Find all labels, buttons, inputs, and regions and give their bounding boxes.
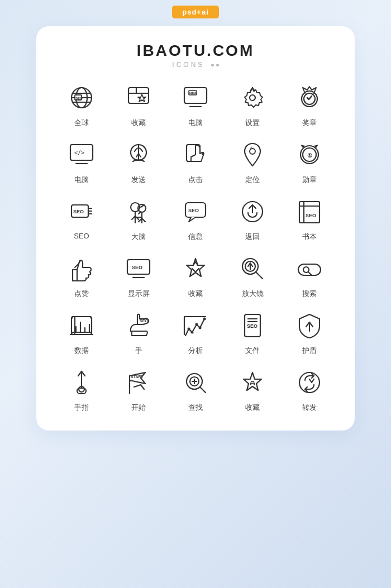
- svg-text:NEW: NEW: [189, 92, 197, 95]
- medal-label: 奖章: [302, 118, 317, 128]
- svg-point-26: [250, 149, 255, 154]
- location-pin-icon: [236, 138, 269, 171]
- svg-line-50: [256, 272, 263, 279]
- hand-seo-icon: SEO: [122, 309, 155, 342]
- bookmark-icon: [122, 81, 155, 114]
- svg-point-62: [203, 318, 206, 321]
- monitor-seo-label: 显示屏: [128, 289, 150, 299]
- icon-item-seo-sign: SEOSEO: [53, 195, 110, 242]
- svg-rect-11: [184, 88, 207, 103]
- seo-sign-label: SEO: [74, 232, 89, 240]
- location-pin-label: 定位: [245, 175, 260, 185]
- finger-up-label: 手指: [74, 403, 89, 413]
- seo-sign-icon: SEO: [65, 195, 98, 228]
- badge-award-label: 勋章: [302, 175, 317, 185]
- magnify-up-icon: [236, 252, 269, 285]
- code-monitor-label: 电脑: [74, 175, 89, 185]
- icon-item-code-monitor: </>电脑: [53, 138, 110, 185]
- icon-item-badge-award: ①勋章: [281, 138, 338, 185]
- icon-item-repost: 转发: [281, 366, 338, 413]
- icon-item-bookmark: 收藏: [110, 81, 167, 128]
- card-title: IBAOTU.COM: [53, 42, 338, 60]
- shield-up-label: 护盾: [302, 346, 317, 356]
- medal-icon: [293, 81, 326, 114]
- icon-item-start-flag: START开始: [110, 366, 167, 413]
- send-up-icon: [122, 138, 155, 171]
- seo-file-icon: SEO: [236, 309, 269, 342]
- repost-label: 转发: [302, 403, 317, 413]
- svg-text:①: ①: [307, 152, 312, 159]
- search-bar-label: 搜索: [302, 289, 317, 299]
- svg-marker-48: [187, 259, 204, 276]
- icon-item-medal: 奖章: [281, 81, 338, 128]
- svg-point-58: [188, 328, 190, 331]
- icon-item-star-collect: 收藏: [167, 252, 224, 299]
- icon-item-search-find: 查找: [167, 366, 224, 413]
- svg-rect-40: [299, 202, 320, 223]
- svg-text:SEO: SEO: [306, 213, 316, 218]
- icon-item-seo-book: SEO书本: [281, 195, 338, 242]
- icon-item-thumbup-up: 点赞: [53, 252, 110, 299]
- svg-text:SEO: SEO: [75, 97, 83, 100]
- return-up-label: 返回: [245, 232, 260, 242]
- start-flag-icon: START: [122, 366, 155, 399]
- globe-seo-icon: SEO: [65, 81, 98, 114]
- star-collect-label: 收藏: [188, 289, 203, 299]
- svg-rect-7: [128, 88, 149, 103]
- svg-text:SEO: SEO: [132, 265, 142, 270]
- icon-item-click-hand: 点击: [167, 138, 224, 185]
- search-find-label: 查找: [188, 403, 203, 413]
- icon-item-settings: 设置: [224, 81, 281, 128]
- data-chart-label: 数据: [74, 346, 89, 356]
- svg-marker-10: [138, 94, 146, 102]
- svg-text:SEO: SEO: [247, 323, 258, 329]
- svg-point-61: [199, 327, 202, 329]
- repost-icon: [293, 366, 326, 399]
- icon-item-return-up: 返回: [224, 195, 281, 242]
- star-rocket-icon: [236, 366, 269, 399]
- svg-text:SEO: SEO: [140, 319, 148, 323]
- icon-item-hand-seo: SEO手: [110, 309, 167, 356]
- magnify-up-label: 放大镜: [242, 289, 264, 299]
- globe-seo-label: 全球: [74, 118, 89, 128]
- icon-item-location-pin: 定位: [224, 138, 281, 185]
- svg-text:START: START: [131, 375, 144, 379]
- seo-file-label: 文件: [245, 346, 260, 356]
- brain-tree-label: 大脑: [131, 232, 146, 242]
- top-badge: psd+ai: [172, 6, 219, 18]
- icon-item-shield-up: 护盾: [281, 309, 338, 356]
- svg-point-59: [191, 331, 194, 334]
- thumbup-up-label: 点赞: [74, 289, 89, 299]
- main-card: IBAOTU.COM ICONS SEO全球收藏NEW电脑设置奖章</>电脑发送…: [36, 26, 355, 431]
- svg-point-60: [196, 323, 198, 326]
- icon-item-finger-up: 手指: [53, 366, 110, 413]
- hand-seo-label: 手: [135, 346, 142, 356]
- click-hand-icon: [179, 138, 212, 171]
- return-up-icon: [236, 195, 269, 228]
- monitor-new-icon: NEW: [179, 81, 212, 114]
- click-hand-label: 点击: [188, 175, 203, 185]
- icon-item-brain-tree: 大脑: [110, 195, 167, 242]
- thumbup-up-icon: [65, 252, 98, 285]
- icon-item-magnify-up: 放大镜: [224, 252, 281, 299]
- svg-line-71: [200, 387, 206, 393]
- send-up-label: 发送: [131, 175, 146, 185]
- svg-text:SEO: SEO: [188, 208, 199, 213]
- icon-item-analyze: 分析: [167, 309, 224, 356]
- icon-item-seo-file: SEO文件: [224, 309, 281, 356]
- svg-text:</>: </>: [74, 150, 84, 156]
- icon-item-seo-bubble: SEO信息: [167, 195, 224, 242]
- monitor-seo-icon: SEO: [122, 252, 155, 285]
- seo-bubble-icon: SEO: [179, 195, 212, 228]
- icon-grid: SEO全球收藏NEW电脑设置奖章</>电脑发送点击定位①勋章SEOSEO大脑SE…: [53, 81, 338, 413]
- finger-up-icon: [65, 366, 98, 399]
- icon-item-globe-seo: SEO全球: [53, 81, 110, 128]
- card-subtitle: ICONS: [53, 61, 338, 69]
- icon-item-monitor-seo: SEO显示屏: [110, 252, 167, 299]
- seo-book-icon: SEO: [293, 195, 326, 228]
- svg-text:SEO: SEO: [73, 209, 84, 214]
- brain-tree-icon: [122, 195, 155, 228]
- svg-rect-68: [77, 388, 86, 394]
- analyze-icon: [179, 309, 212, 342]
- shield-up-icon: [293, 309, 326, 342]
